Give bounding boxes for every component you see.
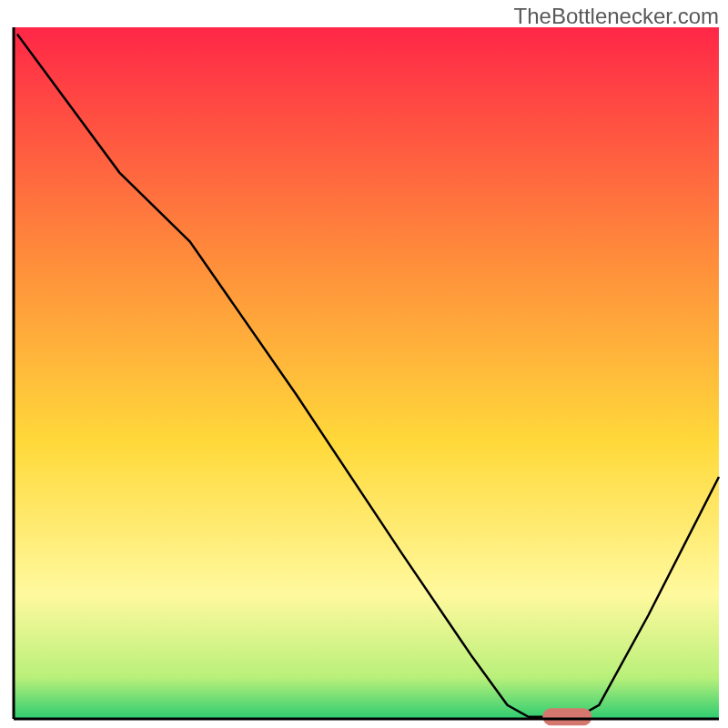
bottleneck-chart <box>0 0 728 728</box>
range-marker <box>542 708 592 725</box>
plot-background <box>14 27 719 719</box>
watermark-text: TheBottlenecker.com <box>514 4 719 29</box>
chart-svg <box>0 0 728 728</box>
